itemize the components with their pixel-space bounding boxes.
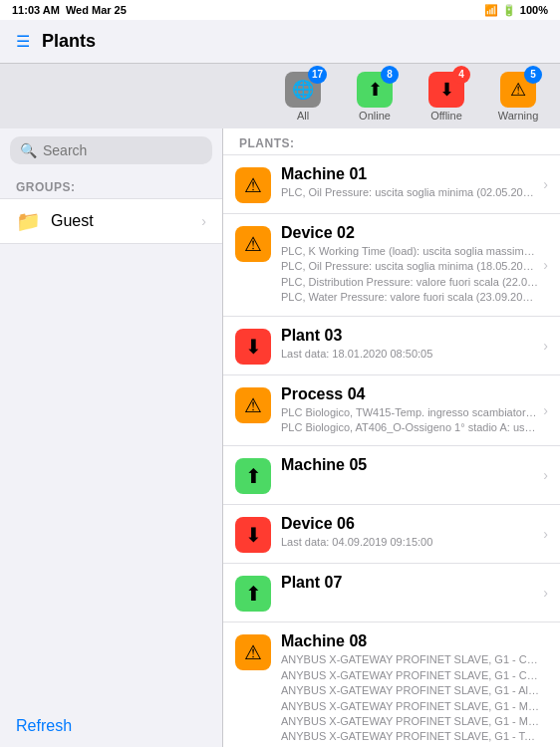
- plant-info-08: Machine 08ANYBUS X-GATEWAY PROFINET SLAV…: [281, 632, 539, 747]
- plant-detail-04-0: PLC Biologico, TW415-Temp. ingresso scam…: [281, 405, 539, 420]
- content-area: PLANTS: ⚠Machine 01PLC, Oil Pressure: us…: [223, 128, 560, 747]
- plant-item[interactable]: ⚠Process 04PLC Biologico, TW415-Temp. in…: [223, 375, 560, 447]
- offline-icon: ⬇4: [428, 72, 464, 108]
- all-label: All: [297, 110, 309, 122]
- sidebar: 🔍 GROUPS: 📁 Guest › Refresh: [0, 128, 223, 747]
- plant-status-icon-04: ⚠: [235, 387, 271, 423]
- plant-item[interactable]: ⬆Plant 07›: [223, 564, 560, 622]
- menu-button[interactable]: ☰: [16, 32, 30, 51]
- groups-label: GROUPS:: [0, 172, 222, 198]
- plant-item[interactable]: ⬇Device 06Last data: 04.09.2019 09:15:00…: [223, 505, 560, 564]
- plant-chevron-04: ›: [543, 402, 548, 418]
- plant-detail-06-0: Last data: 04.09.2019 09:15:00: [281, 535, 539, 550]
- plant-name-03: Plant 03: [281, 327, 539, 345]
- plant-chevron-06: ›: [543, 526, 548, 542]
- plant-status-icon-03: ⬇: [235, 329, 271, 365]
- warning-icon: ⚠5: [500, 72, 536, 108]
- online-label: Online: [359, 110, 391, 122]
- group-item-guest[interactable]: 📁 Guest ›: [0, 198, 222, 244]
- plant-detail-03-0: Last data: 18.01.2020 08:50:05: [281, 347, 539, 362]
- plant-item[interactable]: ⚠Machine 08ANYBUS X-GATEWAY PROFINET SLA…: [223, 622, 560, 747]
- plant-detail-02-3: PLC, Water Pressure: valore fuori scala …: [281, 290, 539, 305]
- group-name: Guest: [51, 212, 201, 230]
- plant-item[interactable]: ⚠Device 02PLC, K Working Time (load): us…: [223, 214, 560, 317]
- plant-status-icon-01: ⚠: [235, 167, 271, 203]
- folder-icon: 📁: [16, 209, 41, 233]
- warning-badge: 5: [524, 66, 542, 84]
- plant-item[interactable]: ⬇Plant 03Last data: 18.01.2020 08:50:05›: [223, 317, 560, 375]
- filter-tab-offline[interactable]: ⬇4Offline: [413, 69, 480, 124]
- status-bar-right: 📶 🔋 100%: [484, 4, 548, 17]
- plant-status-icon-05: ⬆: [235, 458, 271, 494]
- plant-detail-02-0: PLC, K Working Time (load): uscita sogli…: [281, 244, 539, 259]
- plants-header: PLANTS:: [223, 128, 560, 155]
- plant-info-01: Machine 01PLC, Oil Pressure: uscita sogl…: [281, 165, 539, 200]
- plant-detail-02-2: PLC, Distribution Pressure: valore fuori…: [281, 275, 539, 290]
- plant-name-02: Device 02: [281, 224, 539, 242]
- all-badge: 17: [308, 66, 327, 84]
- plant-detail-01-0: PLC, Oil Pressure: uscita soglia minima …: [281, 185, 539, 200]
- plant-name-01: Machine 01: [281, 165, 539, 183]
- plants-list: ⚠Machine 01PLC, Oil Pressure: uscita sog…: [223, 155, 560, 747]
- plant-chevron-01: ›: [543, 176, 548, 192]
- plant-detail-08-3: ANYBUS X-GATEWAY PROFINET SLAVE, G1 - Mi…: [281, 699, 539, 714]
- plant-chevron-07: ›: [543, 585, 548, 601]
- plant-name-06: Device 06: [281, 515, 539, 533]
- plant-name-07: Plant 07: [281, 574, 539, 592]
- plant-info-06: Device 06Last data: 04.09.2019 09:15:00: [281, 515, 539, 550]
- all-icon: 🌐17: [285, 72, 321, 108]
- filter-tab-all[interactable]: 🌐17All: [269, 69, 337, 124]
- plant-name-04: Process 04: [281, 385, 539, 403]
- filter-tabs: 🌐17All⬆8Online⬇4Offline⚠5Warning: [0, 64, 560, 128]
- sidebar-bottom: Refresh: [0, 244, 222, 747]
- plant-chevron-02: ›: [543, 257, 548, 273]
- plant-info-02: Device 02PLC, K Working Time (load): usc…: [281, 224, 539, 306]
- plant-item[interactable]: ⚠Machine 01PLC, Oil Pressure: uscita sog…: [223, 155, 560, 214]
- plant-info-05: Machine 05: [281, 456, 539, 476]
- plant-detail-08-4: ANYBUS X-GATEWAY PROFINET SLAVE, G1 - Mi…: [281, 714, 539, 729]
- plant-status-icon-02: ⚠: [235, 226, 271, 262]
- plant-name-08: Machine 08: [281, 632, 539, 650]
- wifi-icon: 📶: [484, 4, 498, 17]
- status-time: 11:03 AM: [12, 4, 60, 16]
- online-badge: 8: [381, 66, 399, 84]
- status-bar: 11:03 AM Wed Mar 25 📶 🔋 100%: [0, 0, 560, 20]
- plant-detail-08-2: ANYBUS X-GATEWAY PROFINET SLAVE, G1 - Al…: [281, 683, 539, 698]
- plant-status-icon-07: ⬆: [235, 576, 271, 612]
- battery-icon: 🔋: [502, 4, 516, 17]
- offline-badge: 4: [452, 66, 470, 84]
- warning-label: Warning: [498, 110, 539, 122]
- filter-tab-warning[interactable]: ⚠5Warning: [484, 69, 552, 124]
- offline-label: Offline: [430, 110, 462, 122]
- plant-info-03: Plant 03Last data: 18.01.2020 08:50:05: [281, 327, 539, 362]
- search-icon: 🔍: [20, 142, 37, 158]
- filter-tab-online[interactable]: ⬆8Online: [341, 69, 409, 124]
- plant-detail-08-5: ANYBUS X-GATEWAY PROFINET SLAVE, G1 - Te…: [281, 729, 539, 744]
- plant-status-icon-06: ⬇: [235, 517, 271, 553]
- status-bar-left: 11:03 AM Wed Mar 25: [12, 4, 127, 16]
- battery-level: 100%: [520, 4, 548, 16]
- status-date: Wed Mar 25: [66, 4, 127, 16]
- nav-title: Plants: [42, 31, 96, 52]
- search-box[interactable]: 🔍: [10, 136, 212, 164]
- plant-info-04: Process 04PLC Biologico, TW415-Temp. ing…: [281, 385, 539, 436]
- plant-detail-04-1: PLC Biologico, AT406_O-Ossigeno 1° stadi…: [281, 420, 539, 435]
- nav-bar: ☰ Plants: [0, 20, 560, 64]
- main-layout: 🔍 GROUPS: 📁 Guest › Refresh PLANTS: ⚠Mac…: [0, 128, 560, 747]
- plant-info-07: Plant 07: [281, 574, 539, 594]
- plant-detail-02-1: PLC, Oil Pressure: uscita soglia minima …: [281, 259, 539, 274]
- plant-detail-08-0: ANYBUS X-GATEWAY PROFINET SLAVE, G1 - Cu…: [281, 652, 539, 667]
- refresh-button[interactable]: Refresh: [16, 717, 72, 735]
- plant-status-icon-08: ⚠: [235, 634, 271, 670]
- plant-name-05: Machine 05: [281, 456, 539, 474]
- plant-chevron-05: ›: [543, 467, 548, 483]
- plant-detail-08-1: ANYBUS X-GATEWAY PROFINET SLAVE, G1 - Cu…: [281, 668, 539, 683]
- plant-item[interactable]: ⬆Machine 05›: [223, 446, 560, 505]
- online-icon: ⬆8: [357, 72, 393, 108]
- plant-chevron-03: ›: [543, 338, 548, 354]
- chevron-right-icon: ›: [201, 213, 206, 229]
- search-input[interactable]: [43, 142, 202, 158]
